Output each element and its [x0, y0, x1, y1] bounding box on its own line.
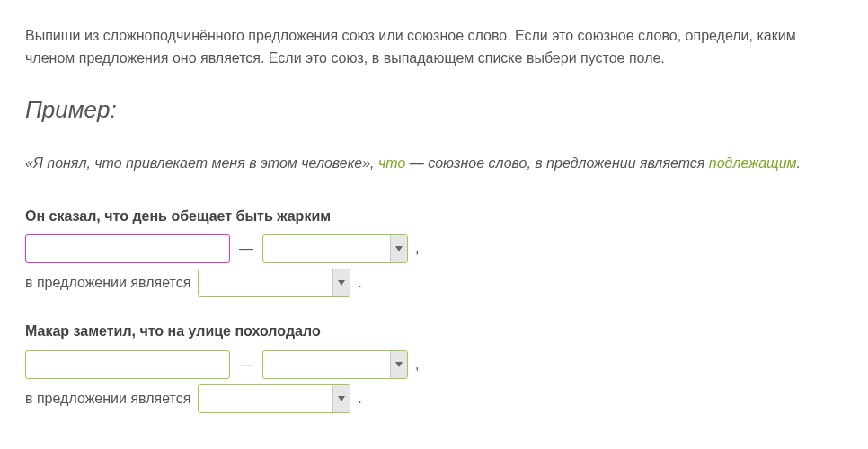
role-select-value — [199, 269, 332, 296]
example-heading: Пример: — [25, 92, 843, 128]
comma: , — [415, 354, 419, 376]
task-row-2: в предложении является . — [25, 384, 843, 413]
type-select-value — [263, 351, 390, 378]
task-sentence: Он сказал, что день обещает быть жарким — [25, 206, 843, 228]
example-body: «Я понял, что привлекает меня в этом чел… — [25, 153, 843, 175]
task-sentence: Макар заметил, что на улице похолодало — [25, 321, 843, 343]
role-select[interactable] — [198, 269, 350, 297]
type-select[interactable] — [262, 350, 408, 379]
period: . — [358, 272, 361, 295]
type-select[interactable] — [262, 234, 408, 263]
example-word: что — [378, 155, 405, 171]
instructions-text: Выпиши из сложноподчинённого предложения… — [25, 25, 843, 70]
role-select[interactable] — [198, 384, 350, 413]
type-select-value — [263, 235, 390, 262]
comma: , — [415, 238, 419, 260]
role-prefix-label: в предложении является — [25, 388, 190, 410]
dash-separator: — — [237, 354, 255, 376]
task-block: Он сказал, что день обещает быть жарким … — [25, 206, 843, 298]
chevron-down-icon — [390, 351, 407, 378]
chevron-down-icon — [332, 385, 350, 412]
example-end: . — [797, 155, 801, 171]
task-block: Макар заметил, что на улице похолодало —… — [25, 321, 843, 413]
example-quote: «Я понял, что привлекает меня в этом чел… — [25, 155, 378, 171]
chevron-down-icon — [332, 269, 350, 296]
example-role: подлежащим — [709, 155, 797, 171]
task-row-2: в предложении является . — [25, 269, 843, 297]
task-row-1: — , — [25, 234, 843, 263]
chevron-down-icon — [390, 235, 407, 262]
role-prefix-label: в предложении является — [25, 272, 190, 295]
task-row-1: — , — [25, 350, 843, 379]
example-mid: — союзное слово, в предложении является — [405, 155, 709, 171]
dash-separator: — — [237, 238, 255, 260]
conjunction-input[interactable] — [25, 350, 230, 379]
conjunction-input[interactable] — [25, 234, 230, 263]
period: . — [358, 388, 361, 410]
role-select-value — [199, 385, 332, 412]
